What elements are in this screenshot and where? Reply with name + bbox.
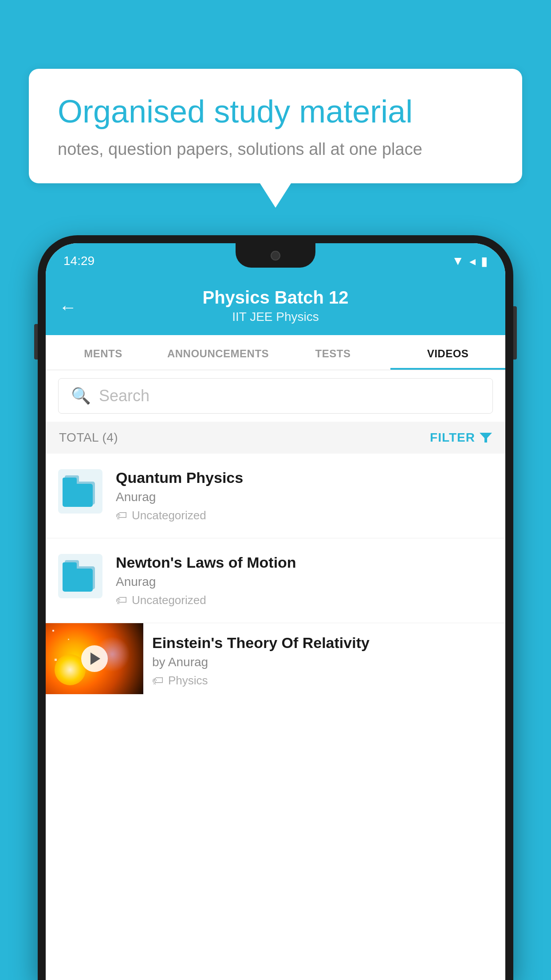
- star: [55, 659, 57, 661]
- video-thumbnail-3: [46, 623, 143, 694]
- tab-tests[interactable]: TESTS: [276, 335, 390, 370]
- speech-bubble-arrow: [260, 183, 291, 208]
- search-icon: 🔍: [71, 387, 91, 405]
- svg-marker-0: [480, 433, 492, 443]
- item-title: Newton's Laws of Motion: [116, 554, 493, 571]
- speech-bubble-title: Organised study material: [58, 93, 493, 130]
- tag-icon: 🏷: [116, 509, 127, 522]
- tag-icon: 🏷: [116, 593, 127, 607]
- signal-icon: ◂: [469, 254, 476, 269]
- item-info-2: Newton's Laws of Motion Anurag 🏷 Uncateg…: [116, 554, 493, 607]
- play-button[interactable]: [81, 645, 108, 672]
- folder-front: [63, 484, 93, 507]
- total-count: TOTAL (4): [59, 431, 118, 445]
- video-list: Quantum Physics Anurag 🏷 Uncategorized: [46, 454, 505, 703]
- phone-screen: 14:29 ▼ ◂ ▮ ← Physics Batch 12 IIT JEE P…: [46, 243, 505, 980]
- app-subtitle: IIT JEE Physics: [63, 310, 488, 324]
- speech-bubble: Organised study material notes, question…: [29, 69, 522, 183]
- item-title: Einstein's Theory Of Relativity: [152, 634, 496, 652]
- item-info-3: Einstein's Theory Of Relativity by Anura…: [143, 623, 505, 688]
- filter-bar: TOTAL (4) FILTER: [46, 422, 505, 454]
- folder-front: [63, 569, 93, 592]
- phone-frame: 14:29 ▼ ◂ ▮ ← Physics Batch 12 IIT JEE P…: [38, 235, 513, 980]
- item-thumbnail-2: [58, 554, 102, 598]
- list-item[interactable]: Quantum Physics Anurag 🏷 Uncategorized: [46, 454, 505, 538]
- star: [52, 630, 54, 632]
- item-tag: 🏷 Uncategorized: [116, 509, 493, 522]
- list-item[interactable]: Einstein's Theory Of Relativity by Anura…: [46, 623, 505, 703]
- app-header: ← Physics Batch 12 IIT JEE Physics: [46, 279, 505, 335]
- item-author: Anurag: [116, 575, 493, 589]
- phone-time: 14:29: [63, 254, 94, 268]
- item-tag: 🏷 Uncategorized: [116, 593, 493, 607]
- battery-icon: ▮: [481, 254, 488, 269]
- tab-videos[interactable]: VIDEOS: [390, 335, 505, 370]
- search-box[interactable]: 🔍 Search: [58, 378, 493, 414]
- item-author: Anurag: [116, 490, 493, 504]
- search-input[interactable]: Search: [99, 387, 150, 405]
- list-item[interactable]: Newton's Laws of Motion Anurag 🏷 Uncateg…: [46, 538, 505, 623]
- search-container: 🔍 Search: [46, 370, 505, 422]
- tab-announcements[interactable]: ANNOUNCEMENTS: [161, 335, 276, 370]
- filter-icon: [480, 433, 492, 443]
- filter-button[interactable]: FILTER: [430, 431, 492, 445]
- item-info-1: Quantum Physics Anurag 🏷 Uncategorized: [116, 469, 493, 522]
- play-triangle: [91, 652, 100, 665]
- back-button[interactable]: ←: [59, 297, 77, 317]
- folder-icon: [63, 561, 98, 592]
- status-bar: 14:29 ▼ ◂ ▮: [46, 243, 505, 279]
- status-icons: ▼ ◂ ▮: [452, 254, 488, 269]
- item-tag: 🏷 Physics: [152, 674, 496, 688]
- phone-power-button: [513, 306, 517, 360]
- app-title: Physics Batch 12: [63, 288, 488, 308]
- item-title: Quantum Physics: [116, 469, 493, 486]
- item-thumbnail-1: [58, 469, 102, 514]
- phone-notch: [236, 243, 315, 268]
- tab-ments[interactable]: MENTS: [46, 335, 161, 370]
- speech-bubble-container: Organised study material notes, question…: [29, 69, 522, 208]
- tabs-bar: MENTS ANNOUNCEMENTS TESTS VIDEOS: [46, 335, 505, 370]
- phone-volume-button: [34, 324, 38, 360]
- item-author: by Anurag: [152, 655, 496, 669]
- star: [68, 639, 69, 640]
- wifi-icon: ▼: [452, 254, 464, 268]
- folder-icon: [63, 476, 98, 507]
- tag-icon: 🏷: [152, 674, 164, 688]
- speech-bubble-subtitle: notes, question papers, solutions all at…: [58, 140, 493, 159]
- front-camera: [271, 251, 280, 261]
